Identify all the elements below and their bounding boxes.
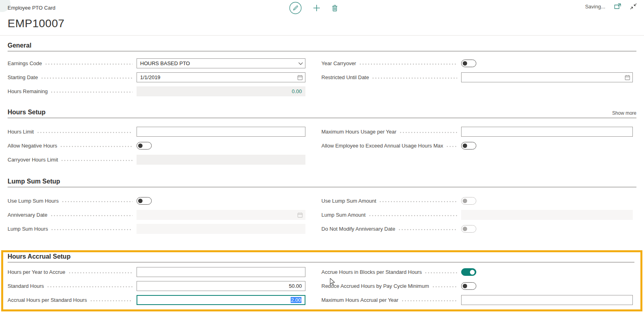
record-actions [289,2,338,14]
highlight-annotation-box: Hours Accrual Setup Hours per Year to Ac… [1,250,642,311]
earnings-code-value: HOURS BASED PTO [140,60,190,66]
field-row: Carryover Hours Limit [8,153,305,167]
hours-accrual-right-column: Accrue Hours in Blocks per Standard Hour… [321,265,633,307]
section-lump-sum-setup: Lump Sum Setup Use Lump Sum Hours Annive… [0,178,644,236]
header-divider [0,35,644,36]
dotted-leader [52,229,133,230]
standard-hours-label: Standard Hours [8,283,44,289]
accrue-blocks-label: Accrue Hours in Blocks per Standard Hour… [321,269,422,275]
section-hours-accrual-header[interactable]: Hours Accrual Setup [8,253,634,263]
allow-negative-hours-label: Allow Negative Hours [8,143,57,149]
section-lump-sum-header[interactable]: Lump Sum Setup [8,178,636,187]
hours-per-year-accrue-input[interactable] [137,267,305,277]
dotted-leader [447,146,457,147]
accrual-hours-per-standard-value: 2.00 [291,297,301,303]
dotted-leader [42,78,133,79]
pencil-circle-icon [289,2,302,14]
dotted-leader [91,300,133,301]
hours-accrual-left-column: Hours per Year to Accrue Standard Hours … [8,265,305,307]
anniversary-date-field [137,210,305,220]
window-actions: Saving... [585,3,637,10]
use-lump-sum-amount-toggle [461,197,476,205]
year-carryover-toggle[interactable] [461,60,476,67]
dotted-leader [38,132,133,133]
max-hours-usage-input[interactable] [461,127,633,137]
anniversary-date-label: Anniversary Date [8,212,48,218]
field-row: Anniversary Date [8,208,305,222]
starting-date-value: 1/1/2019 [140,74,161,80]
page-caption: Employee PTO Card [8,5,55,11]
saving-status: Saving... [585,4,605,10]
calendar-icon[interactable] [624,74,630,80]
standard-hours-input[interactable]: 50.00 [137,281,305,291]
use-lump-sum-hours-toggle[interactable] [137,197,152,205]
field-row: Restricted Until Date [321,70,633,84]
dotted-leader [360,64,457,65]
collapse-arrows-icon [630,3,637,10]
open-in-window-button[interactable] [614,3,621,10]
restricted-until-date-input[interactable] [461,72,633,82]
earnings-code-label: Earnings Code [8,60,42,66]
edit-button[interactable] [289,2,302,14]
starting-date-input[interactable]: 1/1/2019 [137,72,305,82]
field-row: Year Carryover [321,56,633,70]
toggle-knob [138,199,143,203]
toggle-knob [470,270,475,275]
chevron-down-icon[interactable] [298,62,303,65]
dotted-leader [46,64,133,65]
calendar-icon [297,212,303,218]
section-hours-setup-header[interactable]: Hours Setup Show more [8,109,636,118]
hours-setup-right-column: Maximum Hours Usage per Year Allow Emplo… [321,125,633,167]
calendar-icon[interactable] [297,74,303,80]
accrual-hours-per-standard-input[interactable]: 2.00 [137,295,305,305]
field-row: Use Lump Sum Amount [321,194,633,208]
hours-setup-left-column: Hours Limit Allow Negative Hours Carryov… [8,125,305,167]
trash-icon [331,4,338,12]
dotted-leader [61,146,133,147]
reduce-accrued-pay-cycle-toggle[interactable] [461,282,476,290]
allow-exceed-annual-usage-toggle[interactable] [461,142,476,150]
max-hours-usage-label: Maximum Hours Usage per Year [321,129,396,135]
lump-sum-left-column: Use Lump Sum Hours Anniversary Date Lump… [8,194,305,236]
section-title: Hours Setup [8,109,46,116]
field-row: Maximum Hours Accrual per Year [321,293,633,307]
show-more-link[interactable]: Show more [612,110,636,116]
lump-sum-hours-field [137,224,305,234]
field-row: Earnings Code HOURS BASED PTO [8,56,305,70]
hours-limit-label: Hours Limit [8,129,34,135]
hours-limit-input[interactable] [137,127,305,137]
field-row: Hours per Year to Accrue [8,265,305,279]
field-row: Lump Sum Hours [8,222,305,236]
dotted-leader [62,201,133,202]
section-general-header[interactable]: General [8,42,636,52]
standard-hours-value: 50.00 [289,283,302,289]
accrue-blocks-toggle[interactable] [461,268,476,276]
field-row: Accrue Hours in Blocks per Standard Hour… [321,265,633,279]
field-row: Accrual Hours per Standard Hours 2.00 [8,293,305,307]
section-hours-setup: Hours Setup Show more Hours Limit Allow … [0,109,644,167]
toggle-knob [463,144,467,148]
delete-button[interactable] [331,4,338,12]
general-right-column: Year Carryover Restricted Until Date [321,56,633,98]
reduce-accrued-pay-cycle-label: Reduce Accrued Hours by Pay Cycle Minimu… [321,283,429,289]
open-in-window-icon [614,3,621,10]
dotted-leader [51,92,133,93]
earnings-code-select[interactable]: HOURS BASED PTO [137,58,305,68]
collapse-button[interactable] [630,3,637,10]
new-button[interactable] [313,4,320,12]
dotted-leader [369,215,457,216]
max-hours-accrual-per-year-input[interactable] [461,295,633,305]
dotted-leader [373,78,457,79]
allow-negative-hours-toggle[interactable] [137,142,152,150]
carryover-hours-limit-label: Carryover Hours Limit [8,157,58,163]
general-left-column: Earnings Code HOURS BASED PTO Starting D… [8,56,305,98]
lump-sum-amount-label: Lump Sum Amount [321,212,366,218]
section-general: General Earnings Code HOURS BASED PTO St… [0,42,644,98]
dotted-leader [402,300,457,301]
dotted-leader [69,272,133,273]
carryover-hours-limit-field [137,155,305,165]
accrual-hours-per-standard-label: Accrual Hours per Standard Hours [8,297,87,303]
do-not-modify-anniversary-toggle [461,225,476,233]
hours-remaining-label: Hours Remaining [8,88,48,94]
dotted-leader [61,160,133,161]
